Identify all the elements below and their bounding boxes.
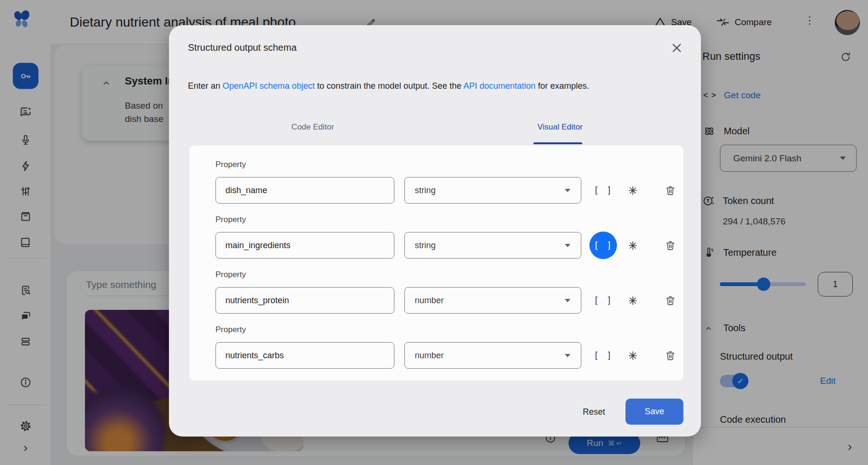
structured-output-modal: Structured output schema Enter an OpenAP…	[169, 25, 701, 437]
delete-property-button[interactable]	[661, 181, 680, 200]
active-tab-underline	[533, 142, 582, 144]
property-label: Property	[215, 160, 246, 169]
tab-code-editor[interactable]: Code Editor	[189, 122, 436, 132]
property-row: string [ ]	[215, 232, 680, 259]
chevron-down-icon	[565, 354, 570, 357]
property-row: string [ ]	[215, 177, 680, 204]
property-type-value: string	[415, 241, 436, 251]
property-type-value: number	[415, 351, 444, 361]
property-label: Property	[215, 215, 246, 224]
required-asterisk-button[interactable]	[623, 236, 642, 255]
property-name-input[interactable]	[215, 177, 394, 204]
modal-description: Enter an OpenAPI schema object to constr…	[188, 81, 589, 91]
api-documentation-link[interactable]: API documentation	[463, 81, 535, 91]
required-asterisk-button[interactable]	[623, 181, 642, 200]
property-row: number [ ]	[215, 287, 680, 314]
chevron-down-icon	[565, 244, 570, 247]
property-name-input[interactable]	[215, 232, 394, 259]
reset-button[interactable]: Reset	[583, 407, 605, 417]
property-name-input[interactable]	[215, 287, 394, 314]
array-toggle-button[interactable]: [ ]	[589, 177, 617, 204]
property-type-select[interactable]: number	[404, 287, 581, 314]
property-label: Property	[215, 270, 246, 279]
modal-save-button[interactable]: Save	[625, 399, 683, 425]
delete-property-button[interactable]	[661, 291, 680, 310]
array-toggle-button[interactable]: [ ]	[589, 287, 617, 314]
app-root: Dietary nutrient analysis of meal photo …	[0, 0, 868, 465]
required-asterisk-button[interactable]	[623, 291, 642, 310]
property-type-select[interactable]: number	[404, 342, 581, 369]
property-type-value: number	[415, 296, 444, 306]
close-icon[interactable]	[671, 42, 683, 54]
schema-properties-panel: Property string [ ] Property	[189, 146, 683, 381]
array-toggle-button-active[interactable]: [ ]	[589, 232, 617, 259]
property-label: Property	[215, 325, 246, 335]
array-toggle-button[interactable]: [ ]	[589, 342, 617, 369]
property-type-select[interactable]: string	[404, 177, 581, 204]
openapi-schema-link[interactable]: OpenAPI schema object	[223, 81, 315, 91]
property-type-value: string	[415, 186, 436, 195]
property-row: number [ ]	[215, 342, 680, 369]
modal-title: Structured output schema	[188, 42, 297, 53]
delete-property-button[interactable]	[661, 236, 680, 255]
required-asterisk-button[interactable]	[623, 346, 642, 365]
delete-property-button[interactable]	[661, 346, 680, 365]
chevron-down-icon	[565, 299, 570, 302]
property-name-input[interactable]	[215, 342, 394, 369]
property-type-select[interactable]: string	[404, 232, 581, 259]
tab-visual-editor[interactable]: Visual Editor	[437, 122, 683, 132]
chevron-down-icon	[565, 189, 570, 192]
